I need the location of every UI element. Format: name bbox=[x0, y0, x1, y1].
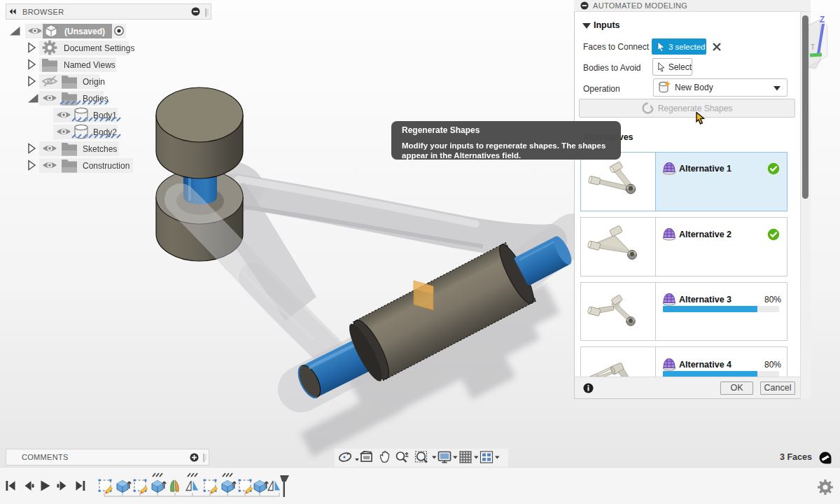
svg-text:Alternative 4: Alternative 4 bbox=[679, 360, 732, 370]
svg-text:80%: 80% bbox=[764, 360, 781, 370]
svg-text:80%: 80% bbox=[764, 295, 781, 304]
svg-text:Alternative 1: Alternative 1 bbox=[679, 164, 732, 174]
svg-text:T: T bbox=[811, 43, 815, 51]
svg-text:Origin: Origin bbox=[83, 77, 105, 87]
svg-text:Document Settings: Document Settings bbox=[64, 43, 134, 53]
svg-text:Alternative 2: Alternative 2 bbox=[679, 230, 732, 239]
svg-text:Named Views: Named Views bbox=[64, 60, 115, 70]
svg-text:Sketches: Sketches bbox=[83, 144, 117, 154]
svg-text:Alternative 3: Alternative 3 bbox=[679, 295, 732, 304]
svg-text:(Unsaved): (Unsaved) bbox=[64, 27, 105, 36]
svg-text:Z: Z bbox=[820, 15, 825, 24]
svg-text:Construction: Construction bbox=[83, 161, 130, 171]
